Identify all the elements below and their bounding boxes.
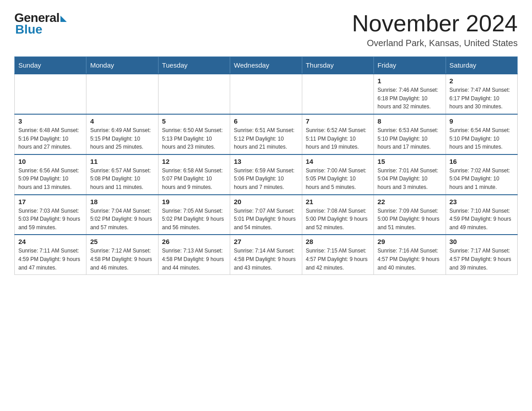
weekday-header-friday: Friday — [374, 57, 446, 74]
day-number: 1 — [378, 77, 442, 85]
calendar-cell: 12Sunrise: 6:58 AM Sunset: 5:07 PM Dayli… — [158, 154, 230, 195]
calendar-cell: 28Sunrise: 7:15 AM Sunset: 4:57 PM Dayli… — [302, 235, 373, 274]
logo-triangle-icon — [60, 16, 67, 22]
calendar-cell — [302, 74, 373, 114]
calendar-cell: 27Sunrise: 7:14 AM Sunset: 4:58 PM Dayli… — [230, 235, 302, 274]
day-info: Sunrise: 7:10 AM Sunset: 4:59 PM Dayligh… — [450, 207, 514, 232]
calendar-cell — [158, 74, 230, 114]
title-area: November 2024 Overland Park, Kansas, Uni… — [352, 11, 518, 48]
logo: General Blue — [14, 11, 67, 37]
month-title: November 2024 — [352, 11, 518, 36]
calendar-cell: 18Sunrise: 7:04 AM Sunset: 5:02 PM Dayli… — [86, 195, 158, 235]
day-info: Sunrise: 7:07 AM Sunset: 5:01 PM Dayligh… — [234, 207, 298, 232]
day-number: 4 — [90, 117, 154, 125]
day-number: 12 — [162, 158, 226, 165]
day-number: 27 — [234, 238, 298, 245]
day-info: Sunrise: 7:16 AM Sunset: 4:57 PM Dayligh… — [378, 247, 442, 272]
calendar-cell: 23Sunrise: 7:10 AM Sunset: 4:59 PM Dayli… — [446, 195, 517, 235]
day-number: 23 — [450, 198, 514, 206]
day-info: Sunrise: 6:54 AM Sunset: 5:10 PM Dayligh… — [450, 126, 514, 151]
day-number: 20 — [234, 198, 298, 206]
day-info: Sunrise: 7:15 AM Sunset: 4:57 PM Dayligh… — [306, 247, 370, 272]
calendar-cell — [86, 74, 158, 114]
day-number: 16 — [450, 158, 514, 165]
calendar-cell: 1Sunrise: 7:46 AM Sunset: 6:18 PM Daylig… — [374, 74, 446, 114]
weekday-header-row: SundayMondayTuesdayWednesdayThursdayFrid… — [15, 57, 518, 74]
day-info: Sunrise: 7:03 AM Sunset: 5:03 PM Dayligh… — [18, 207, 82, 232]
page-header: General Blue November 2024 Overland Park… — [14, 11, 518, 48]
weekday-header-wednesday: Wednesday — [230, 57, 302, 74]
day-number: 22 — [378, 198, 442, 206]
day-info: Sunrise: 7:05 AM Sunset: 5:02 PM Dayligh… — [162, 207, 226, 232]
day-info: Sunrise: 6:56 AM Sunset: 5:09 PM Dayligh… — [18, 167, 82, 192]
weekday-header-thursday: Thursday — [302, 57, 373, 74]
day-info: Sunrise: 7:47 AM Sunset: 6:17 PM Dayligh… — [450, 86, 514, 111]
calendar-cell: 24Sunrise: 7:11 AM Sunset: 4:59 PM Dayli… — [15, 235, 86, 274]
day-number: 26 — [162, 238, 226, 245]
day-number: 14 — [306, 158, 370, 165]
day-info: Sunrise: 7:08 AM Sunset: 5:00 PM Dayligh… — [306, 207, 370, 232]
day-info: Sunrise: 6:50 AM Sunset: 5:13 PM Dayligh… — [162, 126, 226, 151]
day-number: 15 — [378, 158, 442, 165]
day-info: Sunrise: 6:52 AM Sunset: 5:11 PM Dayligh… — [306, 126, 370, 151]
calendar-cell: 10Sunrise: 6:56 AM Sunset: 5:09 PM Dayli… — [15, 154, 86, 195]
day-info: Sunrise: 7:00 AM Sunset: 5:05 PM Dayligh… — [306, 167, 370, 192]
day-info: Sunrise: 7:02 AM Sunset: 5:04 PM Dayligh… — [450, 167, 514, 192]
week-row-5: 24Sunrise: 7:11 AM Sunset: 4:59 PM Dayli… — [15, 235, 518, 274]
day-number: 29 — [378, 238, 442, 245]
weekday-header-tuesday: Tuesday — [158, 57, 230, 74]
day-number: 7 — [306, 117, 370, 125]
day-number: 9 — [450, 117, 514, 125]
location-title: Overland Park, Kansas, United States — [352, 38, 518, 48]
week-row-4: 17Sunrise: 7:03 AM Sunset: 5:03 PM Dayli… — [15, 195, 518, 235]
day-info: Sunrise: 6:48 AM Sunset: 5:16 PM Dayligh… — [18, 126, 82, 151]
day-info: Sunrise: 7:12 AM Sunset: 4:58 PM Dayligh… — [90, 247, 154, 272]
calendar-cell: 19Sunrise: 7:05 AM Sunset: 5:02 PM Dayli… — [158, 195, 230, 235]
calendar-cell: 13Sunrise: 6:59 AM Sunset: 5:06 PM Dayli… — [230, 154, 302, 195]
day-number: 8 — [378, 117, 442, 125]
calendar-cell: 5Sunrise: 6:50 AM Sunset: 5:13 PM Daylig… — [158, 114, 230, 154]
calendar-cell: 22Sunrise: 7:09 AM Sunset: 5:00 PM Dayli… — [374, 195, 446, 235]
calendar-cell: 17Sunrise: 7:03 AM Sunset: 5:03 PM Dayli… — [15, 195, 86, 235]
day-info: Sunrise: 6:58 AM Sunset: 5:07 PM Dayligh… — [162, 167, 226, 192]
calendar-cell: 2Sunrise: 7:47 AM Sunset: 6:17 PM Daylig… — [446, 74, 517, 114]
calendar-cell: 6Sunrise: 6:51 AM Sunset: 5:12 PM Daylig… — [230, 114, 302, 154]
calendar-cell — [15, 74, 86, 114]
calendar-table: SundayMondayTuesdayWednesdayThursdayFrid… — [14, 56, 518, 275]
calendar-cell: 4Sunrise: 6:49 AM Sunset: 5:15 PM Daylig… — [86, 114, 158, 154]
day-number: 28 — [306, 238, 370, 245]
weekday-header-saturday: Saturday — [446, 57, 517, 74]
calendar-cell: 26Sunrise: 7:13 AM Sunset: 4:58 PM Dayli… — [158, 235, 230, 274]
calendar-cell — [230, 74, 302, 114]
calendar-cell: 9Sunrise: 6:54 AM Sunset: 5:10 PM Daylig… — [446, 114, 517, 154]
day-number: 18 — [90, 198, 154, 206]
day-info: Sunrise: 6:59 AM Sunset: 5:06 PM Dayligh… — [234, 167, 298, 192]
logo-blue-text: Blue — [15, 22, 43, 37]
day-number: 25 — [90, 238, 154, 245]
day-number: 3 — [18, 117, 82, 125]
day-number: 2 — [450, 77, 514, 85]
calendar-cell: 16Sunrise: 7:02 AM Sunset: 5:04 PM Dayli… — [446, 154, 517, 195]
weekday-header-sunday: Sunday — [15, 57, 86, 74]
day-info: Sunrise: 6:53 AM Sunset: 5:10 PM Dayligh… — [378, 126, 442, 151]
week-row-2: 3Sunrise: 6:48 AM Sunset: 5:16 PM Daylig… — [15, 114, 518, 154]
calendar-cell: 20Sunrise: 7:07 AM Sunset: 5:01 PM Dayli… — [230, 195, 302, 235]
day-info: Sunrise: 7:01 AM Sunset: 5:04 PM Dayligh… — [378, 167, 442, 192]
day-info: Sunrise: 7:14 AM Sunset: 4:58 PM Dayligh… — [234, 247, 298, 272]
day-info: Sunrise: 7:13 AM Sunset: 4:58 PM Dayligh… — [162, 247, 226, 272]
day-info: Sunrise: 7:11 AM Sunset: 4:59 PM Dayligh… — [18, 247, 82, 272]
day-number: 17 — [18, 198, 82, 206]
calendar-cell: 7Sunrise: 6:52 AM Sunset: 5:11 PM Daylig… — [302, 114, 373, 154]
week-row-1: 1Sunrise: 7:46 AM Sunset: 6:18 PM Daylig… — [15, 74, 518, 114]
calendar-cell: 25Sunrise: 7:12 AM Sunset: 4:58 PM Dayli… — [86, 235, 158, 274]
weekday-header-monday: Monday — [86, 57, 158, 74]
day-info: Sunrise: 7:17 AM Sunset: 4:57 PM Dayligh… — [450, 247, 514, 272]
calendar-cell: 14Sunrise: 7:00 AM Sunset: 5:05 PM Dayli… — [302, 154, 373, 195]
day-info: Sunrise: 6:57 AM Sunset: 5:08 PM Dayligh… — [90, 167, 154, 192]
day-info: Sunrise: 6:51 AM Sunset: 5:12 PM Dayligh… — [234, 126, 298, 151]
day-number: 30 — [450, 238, 514, 245]
calendar-cell: 8Sunrise: 6:53 AM Sunset: 5:10 PM Daylig… — [374, 114, 446, 154]
day-info: Sunrise: 7:04 AM Sunset: 5:02 PM Dayligh… — [90, 207, 154, 232]
day-number: 13 — [234, 158, 298, 165]
day-number: 19 — [162, 198, 226, 206]
